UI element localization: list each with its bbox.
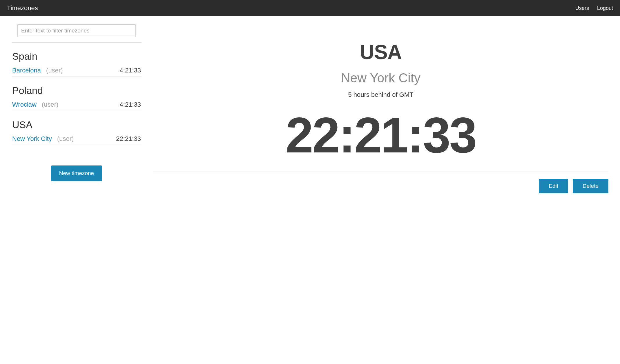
group-usa: USA New York City (user) 22:21:33 (12, 119, 142, 145)
tz-owner: (user) (46, 67, 63, 74)
tz-city-link[interactable]: Wrocław (12, 101, 37, 108)
tz-time: 22:21:33 (116, 135, 141, 143)
nav-right: Users Logout (575, 5, 613, 11)
group-title: Poland (12, 85, 142, 96)
tz-time: 4:21:33 (120, 101, 141, 108)
tz-row: New York City (user) 22:21:33 (12, 132, 142, 145)
tz-owner: (user) (57, 135, 74, 143)
group-title: Spain (12, 51, 142, 62)
filter-wrap (12, 23, 142, 43)
nav-logout[interactable]: Logout (597, 5, 613, 11)
brand[interactable]: Timezones (7, 4, 38, 12)
filter-input[interactable] (17, 24, 136, 37)
detail-country: USA (153, 41, 608, 64)
tz-owner: (user) (42, 101, 58, 108)
tz-row: Barcelona (user) 4:21:33 (12, 64, 142, 77)
detail-pane: USA New York City 5 hours behind of GMT … (153, 23, 608, 193)
navbar: Timezones Users Logout (0, 0, 620, 16)
detail-offset: 5 hours behind of GMT (153, 91, 608, 99)
detail-city: New York City (153, 71, 608, 85)
detail-actions: Edit Delete (153, 179, 608, 193)
tz-city-link[interactable]: New York City (12, 135, 52, 143)
group-poland: Poland Wrocław (user) 4:21:33 (12, 85, 142, 111)
new-timezone-button[interactable]: New timezone (51, 165, 102, 181)
nav-users[interactable]: Users (575, 5, 589, 11)
tz-time: 4:21:33 (120, 67, 141, 74)
tz-row: Wrocław (user) 4:21:33 (12, 98, 142, 111)
new-timezone-wrap: New timezone (12, 165, 142, 181)
detail-time: 22:21:33 (153, 110, 608, 160)
tz-city-link[interactable]: Barcelona (12, 67, 41, 74)
sidebar: Spain Barcelona (user) 4:21:33 Poland Wr… (12, 23, 142, 193)
delete-button[interactable]: Delete (573, 179, 608, 193)
group-spain: Spain Barcelona (user) 4:21:33 (12, 51, 142, 77)
detail: USA New York City 5 hours behind of GMT … (153, 41, 608, 172)
group-title: USA (12, 119, 142, 130)
edit-button[interactable]: Edit (539, 179, 568, 193)
